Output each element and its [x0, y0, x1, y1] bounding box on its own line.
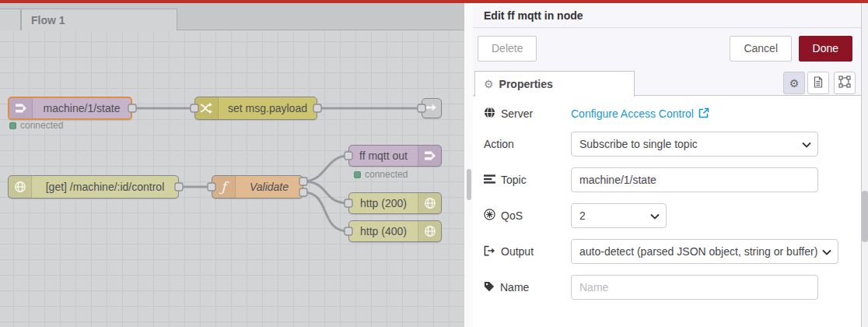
- shuffle-icon: [195, 97, 219, 119]
- status-dot-icon: [9, 122, 16, 129]
- qos-row: QoS 2: [484, 203, 818, 228]
- name-label: Name: [484, 281, 571, 294]
- node-label: [get] /machine/:id/control: [32, 176, 178, 198]
- output-row: Output auto-detect (parsed JSON object, …: [484, 239, 818, 264]
- status-text: connected: [20, 120, 63, 131]
- name-input-wrap: [571, 275, 818, 300]
- globe-icon: [9, 176, 32, 198]
- topic-row: Topic: [484, 167, 818, 192]
- globe-icon: [418, 193, 441, 213]
- tab-label: Properties: [499, 78, 553, 90]
- external-link-icon: [698, 107, 709, 121]
- status-dot-icon: [354, 171, 361, 178]
- node-label: ff mqtt out: [349, 146, 418, 166]
- description-view-button[interactable]: [807, 72, 829, 94]
- cancel-button[interactable]: Cancel: [730, 36, 792, 62]
- node-label: set msg.payload: [219, 97, 317, 119]
- node-change[interactable]: set msg.payload: [194, 97, 317, 120]
- node-label: machine/1/state: [33, 98, 131, 118]
- action-row: Action Subscribe to single topic: [484, 132, 818, 156]
- top-accent-bar: [0, 0, 868, 3]
- app-window: Flow 1 machine/1/state set msg.payload: [0, 0, 868, 327]
- node-function[interactable]: ƒ Validate: [212, 175, 303, 199]
- topic-input[interactable]: [579, 174, 811, 186]
- done-button[interactable]: Done: [799, 36, 852, 62]
- action-label: Action: [484, 138, 571, 150]
- tray-tab-row: ⚙ Properties ⚙: [473, 70, 861, 96]
- node-http-response-200[interactable]: http (200): [348, 192, 442, 214]
- chevron-down-icon: [822, 245, 831, 258]
- editor-scrollbar[interactable]: [467, 169, 471, 200]
- sign-out-icon: [484, 245, 495, 258]
- configure-access-control-link[interactable]: Configure Access Control: [571, 107, 709, 121]
- edit-tray: Edit ff mqtt in node Delete Cancel Done …: [473, 3, 861, 327]
- node-mqtt-in[interactable]: machine/1/state: [8, 97, 132, 120]
- mqtt-icon: [9, 98, 33, 118]
- name-row: Name: [484, 275, 818, 300]
- tray-title: Edit ff mqtt in node: [473, 3, 861, 28]
- chevron-down-icon: [802, 138, 811, 150]
- appearance-view-button[interactable]: [834, 72, 856, 94]
- window-scrollbar[interactable]: [862, 191, 868, 242]
- gear-icon: ⚙: [789, 77, 800, 90]
- tab-properties[interactable]: ⚙ Properties: [474, 71, 635, 97]
- node-status: connected: [9, 120, 63, 131]
- mqtt-icon: [418, 146, 441, 166]
- workspace-canvas[interactable]: machine/1/state set msg.payload: [0, 30, 464, 327]
- node-label: http (400): [349, 221, 418, 241]
- function-icon: ƒ: [212, 176, 236, 198]
- name-input[interactable]: [579, 281, 811, 294]
- tab-flow-1[interactable]: Flow 1: [21, 9, 177, 31]
- window-scroll-track[interactable]: [862, 3, 868, 327]
- gear-icon: ⚙: [484, 78, 494, 90]
- properties-view-button[interactable]: ⚙: [783, 72, 805, 94]
- tag-icon: [484, 281, 495, 294]
- topic-label: Topic: [484, 174, 571, 187]
- output-label: Output: [484, 245, 571, 258]
- node-label: http (200): [349, 193, 418, 213]
- node-mqtt-out[interactable]: ff mqtt out: [348, 145, 442, 167]
- status-text: connected: [365, 169, 408, 180]
- node-http-in[interactable]: [get] /machine/:id/control: [8, 175, 179, 199]
- qos-select[interactable]: 2: [571, 203, 667, 228]
- node-http-response-400[interactable]: http (400): [348, 220, 442, 242]
- group-selection-icon: [838, 76, 851, 90]
- node-label: Validate: [236, 176, 303, 198]
- server-row: Server Configure Access Control: [484, 102, 818, 125]
- node-link-out[interactable]: [422, 98, 442, 118]
- server-label: Server: [484, 107, 571, 121]
- topic-input-wrap: [571, 167, 818, 192]
- output-select[interactable]: auto-detect (parsed JSON object, string …: [571, 239, 838, 264]
- tray-toolbar: Delete Cancel Done: [473, 28, 861, 70]
- delete-button[interactable]: Delete: [478, 36, 537, 62]
- chevron-down-icon: [650, 209, 660, 222]
- globe-icon: [418, 221, 441, 241]
- flow-tab-bar: Flow 1: [0, 3, 464, 30]
- editor-scroll-track: [464, 3, 473, 327]
- flow-editor: Flow 1 machine/1/state set msg.payload: [0, 3, 464, 327]
- document-icon: [813, 76, 824, 90]
- partial-tab[interactable]: [0, 9, 21, 30]
- qos-label: QoS: [484, 209, 571, 223]
- link-out-icon: [425, 101, 438, 116]
- properties-form: Server Configure Access Control Action: [473, 96, 861, 300]
- tasks-icon: [484, 174, 495, 187]
- globe-icon: [484, 107, 495, 121]
- qos-star-icon: [484, 209, 495, 223]
- node-status: connected: [354, 169, 408, 180]
- action-select[interactable]: Subscribe to single topic: [571, 132, 818, 156]
